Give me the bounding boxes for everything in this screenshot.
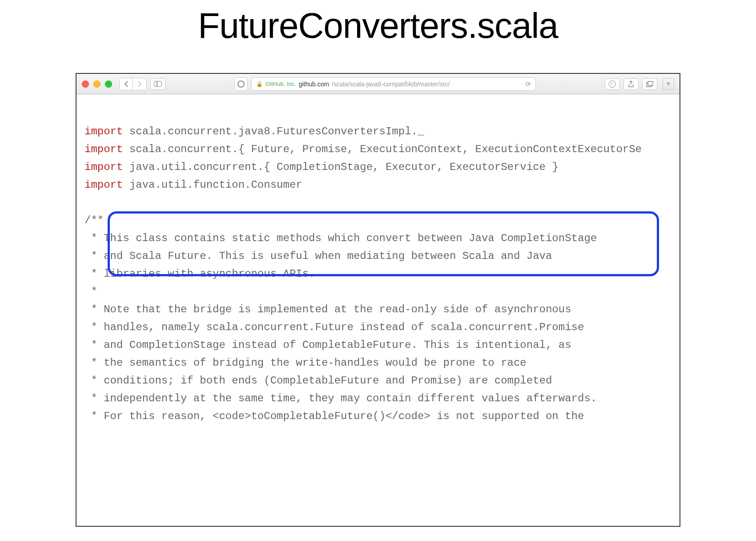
tabs-icon xyxy=(646,81,653,87)
import-keyword: import xyxy=(84,125,123,137)
download-icon xyxy=(609,81,616,88)
reader-mode-button[interactable] xyxy=(234,77,248,91)
code-text: scala.concurrent.{ Future, Promise, Exec… xyxy=(123,143,642,155)
forward-button[interactable] xyxy=(133,78,146,90)
code-text: scala.concurrent.java8.FuturesConverters… xyxy=(123,125,424,137)
back-button[interactable] xyxy=(120,78,133,90)
code-line: import scala.concurrent.{ Future, Promis… xyxy=(84,143,642,155)
reader-icon xyxy=(237,81,245,88)
code-line: * handles, namely scala.concurrent.Futur… xyxy=(84,321,584,333)
code-line: * independently at the same time, they m… xyxy=(84,392,597,404)
url-path: /scala/scala-java8-compat/blob/master/sr… xyxy=(332,81,450,88)
code-line: * For this reason, <code>toCompletableFu… xyxy=(84,410,584,422)
new-tab-button[interactable]: + xyxy=(663,78,674,90)
code-line: * and Scala Future. This is useful when … xyxy=(84,250,552,262)
lock-icon: 🔒 xyxy=(256,81,263,87)
sidebar-icon xyxy=(154,81,162,87)
svg-rect-1 xyxy=(648,81,653,85)
code-line: import java.util.concurrent.{ Completion… xyxy=(84,161,559,173)
code-text: java.util.function.Consumer xyxy=(123,179,302,191)
url-domain: github.com xyxy=(299,81,329,88)
code-line: * xyxy=(84,286,97,298)
code-line: * and CompletionStage instead of Complet… xyxy=(84,339,571,351)
maximize-window-button[interactable] xyxy=(105,81,112,88)
code-line: * conditions; if both ends (CompletableF… xyxy=(84,375,552,387)
address-bar-container: 🔒 GitHub, Inc. github.com/scala/scala-ja… xyxy=(178,77,592,91)
page-title: FutureConverters.scala xyxy=(76,5,680,46)
code-line: import scala.concurrent.java8.FuturesCon… xyxy=(84,125,424,137)
browser-toolbar: 🔒 GitHub, Inc. github.com/scala/scala-ja… xyxy=(76,74,680,94)
share-icon xyxy=(627,81,635,88)
toolbar-right-buttons: + xyxy=(605,78,674,90)
import-keyword: import xyxy=(84,161,123,173)
code-content: import scala.concurrent.java8.FuturesCon… xyxy=(76,94,680,472)
code-line: * Note that the bridge is implemented at… xyxy=(84,303,571,315)
import-keyword: import xyxy=(84,179,123,191)
url-company: GitHub, Inc. xyxy=(265,81,296,87)
code-line: * the semantics of bridging the write-ha… xyxy=(84,357,527,369)
minimize-window-button[interactable] xyxy=(93,81,101,88)
refresh-icon[interactable]: ⟳ xyxy=(526,81,531,88)
code-line: * libraries with asynchronous APIs. xyxy=(84,268,315,280)
code-line: import java.util.function.Consumer xyxy=(84,179,302,191)
import-keyword: import xyxy=(84,143,123,155)
window-controls xyxy=(82,81,112,88)
downloads-button[interactable] xyxy=(605,78,620,90)
sidebar-button[interactable] xyxy=(150,78,165,90)
share-button[interactable] xyxy=(623,78,639,90)
browser-window: 🔒 GitHub, Inc. github.com/scala/scala-ja… xyxy=(76,73,680,527)
nav-buttons-group xyxy=(119,78,147,90)
code-line: /** xyxy=(84,214,104,226)
code-text: java.util.concurrent.{ CompletionStage, … xyxy=(123,161,558,173)
address-bar[interactable]: 🔒 GitHub, Inc. github.com/scala/scala-ja… xyxy=(251,77,536,91)
tabs-button[interactable] xyxy=(642,78,657,90)
code-line: * This class contains static methods whi… xyxy=(84,232,597,244)
close-window-button[interactable] xyxy=(82,81,89,88)
